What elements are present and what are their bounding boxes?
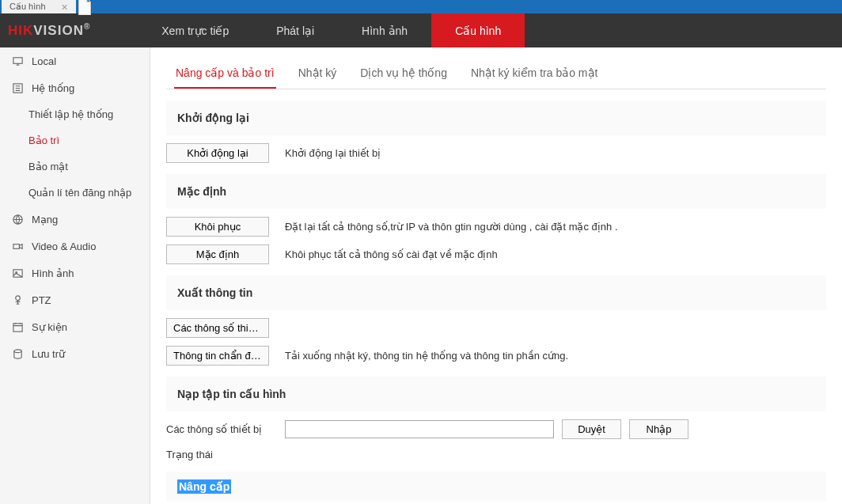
panel-title: Nạp tập tin cấu hình — [177, 385, 815, 404]
sidebar-item-event[interactable]: Sự kiện — [0, 313, 150, 340]
panel-export: Xuất thông tin — [166, 275, 826, 310]
tab-security-audit[interactable]: Nhật ký kiểm tra bảo mật — [469, 59, 599, 89]
panel-import: Nạp tập tin cấu hình — [166, 377, 826, 411]
sidebar-label: Video & Audio — [32, 241, 96, 252]
sidebar-label: Hình ảnh — [32, 267, 74, 279]
sidebar: Local Hệ thống Thiết lập hệ thống Bảo tr… — [0, 47, 150, 504]
restore-description: Đặt lại tất cả thông số,trừ IP và thôn g… — [285, 221, 618, 233]
import-path-input[interactable] — [285, 420, 554, 438]
svg-rect-7 — [13, 323, 21, 331]
content: Nâng cấp và bảo trì Nhật ký Dịch vụ hệ t… — [150, 47, 842, 504]
sidebar-label: Thiết lập hệ thống — [28, 108, 113, 120]
tab-upgrade-maintenance[interactable]: Nâng cấp và bảo trì — [174, 59, 276, 89]
image-icon — [11, 267, 24, 279]
import-button[interactable]: Nhập — [629, 419, 688, 439]
import-status-label: Trạng thái — [166, 449, 826, 460]
logo-part1: HIK — [8, 23, 33, 38]
sidebar-item-image[interactable]: Hình ảnh — [0, 260, 150, 286]
default-button[interactable]: Mặc định — [166, 244, 269, 264]
reboot-button[interactable]: Khởi động lại — [166, 143, 269, 163]
new-tab-button[interactable] — [78, 0, 92, 13]
sidebar-item-user-management[interactable]: Quản lí tên đăng nhập — [0, 180, 150, 206]
sidebar-item-system-settings[interactable]: Thiết lập hệ thống — [0, 101, 150, 127]
panel-upgrade: Nâng cấp — [166, 472, 826, 502]
main-nav: Xem trực tiếp Phát lại Hình ảnh Cấu hình — [138, 13, 525, 47]
restore-button[interactable]: Khôi phục — [166, 217, 269, 237]
sidebar-label: Bảo mật — [28, 161, 68, 172]
import-browse-button[interactable]: Duyệt — [562, 419, 621, 439]
device-params-button[interactable]: Các thông số thiết… — [166, 318, 269, 338]
content-tabs: Nâng cấp và bảo trì Nhật ký Dịch vụ hệ t… — [166, 59, 826, 89]
tab-system-service[interactable]: Dịch vụ hệ thống — [358, 59, 449, 89]
sidebar-item-video-audio[interactable]: Video & Audio — [0, 233, 150, 260]
sidebar-item-local[interactable]: Local — [0, 47, 150, 74]
sidebar-label: Lưu trữ — [32, 348, 65, 360]
logo: HIKVISION® — [0, 22, 90, 39]
sidebar-label: Local — [32, 55, 56, 67]
page-icon — [78, 0, 92, 15]
svg-rect-3 — [13, 244, 19, 248]
settings-icon — [11, 81, 24, 94]
reboot-description: Khởi động lại thiết bị — [285, 147, 381, 159]
tab-log[interactable]: Nhật ký — [297, 59, 339, 89]
panel-reboot: Khởi động lại — [166, 100, 826, 135]
header: HIKVISION® Xem trực tiếp Phát lại Hình ả… — [0, 13, 842, 47]
diagnose-info-button[interactable]: Thông tin chẩn đo… — [166, 346, 269, 366]
calendar-icon — [11, 320, 24, 333]
panel-title: Nâng cấp — [177, 479, 231, 494]
nav-playback[interactable]: Phát lại — [252, 13, 338, 47]
nav-configuration[interactable]: Cấu hình — [431, 13, 525, 47]
browser-tab-bar: Cấu hình × — [0, 0, 842, 13]
sidebar-item-security[interactable]: Bảo mật — [0, 153, 150, 180]
close-icon[interactable]: × — [62, 1, 68, 13]
sidebar-item-ptz[interactable]: PTZ — [0, 286, 150, 313]
sidebar-item-maintenance[interactable]: Bảo trì — [0, 127, 150, 153]
panel-default: Mặc định — [166, 174, 826, 209]
sidebar-label: Hệ thống — [32, 82, 74, 94]
sidebar-label: Sự kiện — [32, 321, 67, 333]
logo-part2: VISION — [33, 23, 84, 38]
sidebar-label: Quản lí tên đăng nhập — [28, 187, 131, 199]
default-description: Khôi phục tất cả thông số cài đạt về mặc… — [285, 248, 498, 260]
browser-tab[interactable]: Cấu hình × — [2, 0, 76, 13]
diagnose-description: Tải xuống nhật ký, thông tin hệ thống và… — [285, 350, 568, 362]
monitor-icon — [11, 55, 24, 67]
svg-point-6 — [15, 295, 20, 300]
panel-title: Xuất thông tin — [177, 283, 815, 302]
svg-rect-0 — [13, 57, 21, 63]
svg-point-8 — [13, 349, 21, 352]
sidebar-label: Bảo trì — [28, 135, 59, 146]
storage-icon — [11, 347, 24, 360]
sidebar-item-network[interactable]: Mạng — [0, 206, 150, 233]
nav-picture[interactable]: Hình ảnh — [338, 13, 431, 47]
ptz-icon — [11, 294, 24, 306]
sidebar-label: PTZ — [32, 294, 51, 306]
sidebar-label: Mạng — [32, 214, 58, 225]
sidebar-item-storage[interactable]: Lưu trữ — [0, 340, 150, 367]
logo-registered: ® — [84, 22, 90, 31]
globe-icon — [11, 213, 24, 225]
import-label: Các thông số thiết bị — [166, 423, 285, 435]
panel-title: Mặc định — [177, 182, 815, 201]
camera-icon — [11, 240, 24, 252]
sidebar-item-system[interactable]: Hệ thống — [0, 74, 150, 101]
panel-title: Khởi động lại — [177, 108, 815, 127]
tab-title: Cấu hình — [9, 2, 46, 12]
nav-liveview[interactable]: Xem trực tiếp — [138, 13, 252, 47]
